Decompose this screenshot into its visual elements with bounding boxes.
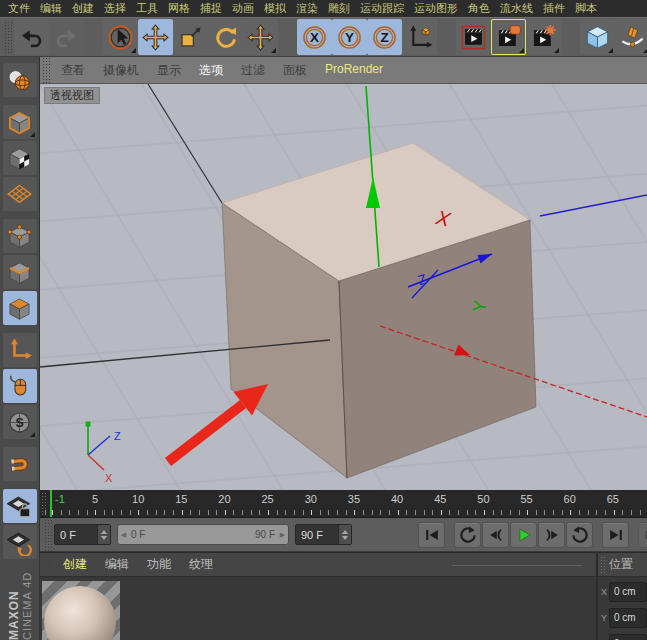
coordinate-grip[interactable] bbox=[600, 556, 607, 574]
cinema4d-window: 文件编辑创建选择工具网格捕捉动画模拟渲染雕刻运动跟踪运动图形角色流水线插件脚本 bbox=[0, 0, 647, 640]
frame-tick: 40 bbox=[386, 493, 408, 505]
live-selection-tool[interactable] bbox=[103, 19, 138, 55]
menu-item[interactable]: 动画 bbox=[227, 0, 259, 17]
menu-item[interactable]: 文件 bbox=[3, 0, 35, 17]
frame-tick: 30 bbox=[300, 493, 322, 505]
material-menu-item[interactable]: 编辑 bbox=[96, 556, 138, 573]
play-loop-button[interactable] bbox=[566, 522, 593, 548]
menu-item[interactable]: 选择 bbox=[99, 0, 131, 17]
menu-item[interactable]: 脚本 bbox=[570, 0, 602, 17]
start-frame-value: 0 F bbox=[55, 529, 97, 541]
play-backwards-button[interactable] bbox=[454, 522, 481, 548]
menu-item[interactable]: 编辑 bbox=[35, 0, 67, 17]
undo-button[interactable] bbox=[14, 19, 49, 55]
redo-button[interactable] bbox=[49, 19, 84, 55]
coordinate-row: X 0 cm bbox=[598, 581, 647, 603]
play-forward-button[interactable] bbox=[510, 522, 537, 548]
enable-axis-button[interactable] bbox=[3, 333, 37, 367]
polygon-mode-button[interactable] bbox=[3, 291, 37, 325]
material-menu-item[interactable]: 纹理 bbox=[180, 556, 222, 573]
material-menu-item[interactable]: 创建 bbox=[54, 556, 96, 573]
render-picture-viewer-button[interactable] bbox=[491, 19, 526, 55]
workplane-mode-button[interactable] bbox=[3, 177, 37, 211]
move-tool[interactable] bbox=[138, 19, 173, 55]
menu-item[interactable]: 网格 bbox=[163, 0, 195, 17]
menu-item[interactable]: 工具 bbox=[131, 0, 163, 17]
position-value-field[interactable]: 0 cm bbox=[609, 608, 647, 628]
material-menu-item[interactable]: 功能 bbox=[138, 556, 180, 573]
edge-mode-button[interactable] bbox=[3, 255, 37, 289]
points-mode-button[interactable] bbox=[3, 219, 37, 253]
goto-start-icon bbox=[422, 525, 442, 545]
viewport-menu-item[interactable]: 过滤 bbox=[232, 62, 274, 79]
timeline-ruler[interactable]: -1 5101520253035404550556065 bbox=[40, 490, 647, 518]
menu-item[interactable]: 模拟 bbox=[259, 0, 291, 17]
material-thumbnail[interactable] bbox=[42, 581, 120, 640]
viewport-menu-item[interactable]: 选项 bbox=[190, 62, 232, 79]
render-settings-button[interactable] bbox=[526, 19, 561, 55]
menu-item[interactable]: 运动图形 bbox=[409, 0, 463, 17]
texture-mode-button[interactable] bbox=[3, 141, 37, 175]
spinner-arrows-icon[interactable] bbox=[338, 525, 351, 544]
magnet-icon bbox=[6, 451, 33, 478]
pen-spline-button[interactable] bbox=[615, 19, 647, 55]
menu-item[interactable]: 渲染 bbox=[291, 0, 323, 17]
lock-x-axis-button[interactable] bbox=[297, 19, 332, 55]
viewport-menu-item[interactable]: 面板 bbox=[274, 62, 316, 79]
record-keyframe-button[interactable] bbox=[638, 522, 647, 548]
playhead-marker[interactable] bbox=[50, 490, 52, 518]
material-menubar-grip[interactable] bbox=[44, 556, 52, 574]
spinner-arrows-icon[interactable] bbox=[97, 525, 110, 544]
menu-item[interactable]: 流水线 bbox=[495, 0, 538, 17]
goto-start-button[interactable] bbox=[418, 522, 445, 548]
coordinate-manager: 位置 X 0 cm Y 0 cm Z 0 cm bbox=[596, 552, 647, 640]
viewport-menu-item[interactable]: ProRender bbox=[316, 62, 392, 79]
perspective-viewport[interactable]: X Y Z Z X 透视视图 bbox=[40, 84, 647, 490]
current-frame-label: -1 bbox=[55, 493, 65, 505]
viewport-menubar-grip[interactable] bbox=[42, 57, 50, 84]
snap-settings-button[interactable] bbox=[3, 405, 37, 439]
material-preview-sphere bbox=[44, 586, 116, 640]
mode-toolbar bbox=[0, 57, 40, 640]
goto-end-button[interactable] bbox=[602, 522, 629, 548]
viewport-menu-item[interactable]: 显示 bbox=[148, 62, 190, 79]
viewport-menu-item[interactable]: 查看 bbox=[52, 62, 94, 79]
lock-workplane-button[interactable] bbox=[3, 489, 37, 523]
transport-grip[interactable] bbox=[44, 519, 52, 551]
end-frame-spinner[interactable]: 90 F bbox=[295, 524, 352, 545]
range-right-arrow-icon[interactable]: ▶ bbox=[277, 531, 288, 539]
next-frame-button[interactable] bbox=[538, 522, 565, 548]
viewport-canvas[interactable]: X Y Z Z X bbox=[40, 84, 647, 490]
menu-item[interactable]: 运动跟踪 bbox=[355, 0, 409, 17]
timeline-grip[interactable] bbox=[41, 492, 48, 516]
rotate-tool[interactable] bbox=[208, 19, 243, 55]
menu-item[interactable]: 雕刻 bbox=[323, 0, 355, 17]
coordinate-system-toggle[interactable] bbox=[402, 19, 437, 55]
viewport-menu-item[interactable]: 摄像机 bbox=[94, 62, 148, 79]
enable-snap-button[interactable] bbox=[3, 447, 37, 481]
pen-spline-icon bbox=[619, 24, 646, 51]
loop-icon bbox=[570, 525, 590, 545]
previous-frame-button[interactable] bbox=[482, 522, 509, 548]
toolbar-grip[interactable] bbox=[4, 21, 12, 53]
add-cube-primitive-button[interactable] bbox=[580, 19, 615, 55]
timeline-range-slider[interactable]: ◀ 0 F 90 F ▶ bbox=[117, 524, 289, 545]
menu-item[interactable]: 角色 bbox=[463, 0, 495, 17]
render-view-button[interactable] bbox=[456, 19, 491, 55]
scale-tool[interactable] bbox=[173, 19, 208, 55]
menu-item[interactable]: 创建 bbox=[67, 0, 99, 17]
menu-item[interactable]: 插件 bbox=[538, 0, 570, 17]
viewport-name-badge[interactable]: 透视视图 bbox=[44, 87, 100, 104]
lock-y-axis-button[interactable] bbox=[332, 19, 367, 55]
menu-item[interactable]: 捕捉 bbox=[195, 0, 227, 17]
lock-z-axis-button[interactable] bbox=[367, 19, 402, 55]
panel-splitter[interactable] bbox=[452, 565, 582, 566]
position-value-field[interactable]: 0 cm bbox=[609, 634, 647, 640]
range-left-arrow-icon[interactable]: ◀ bbox=[118, 531, 129, 539]
last-used-tool[interactable] bbox=[243, 19, 278, 55]
make-editable-button[interactable] bbox=[3, 63, 37, 97]
viewport-tweak-button[interactable] bbox=[3, 369, 37, 403]
model-mode-button[interactable] bbox=[3, 105, 37, 139]
position-value-field[interactable]: 0 cm bbox=[609, 582, 647, 602]
start-frame-spinner[interactable]: 0 F bbox=[54, 524, 111, 545]
